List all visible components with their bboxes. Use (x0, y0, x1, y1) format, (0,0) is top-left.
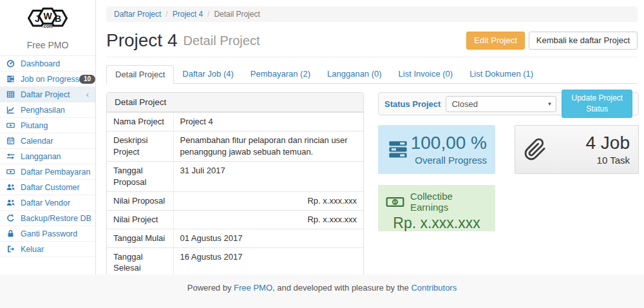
update-project-status-button[interactable]: Update Project Status (562, 90, 632, 119)
sidebar-item-label: Calendar (21, 137, 53, 146)
sidebar-item-ganti-password[interactable]: Ganti Password (0, 226, 95, 242)
paperclip-icon (524, 136, 547, 163)
sidebar-item-backup-restore-db[interactable]: Backup/Restore DB (0, 211, 95, 226)
money-icon (6, 168, 17, 177)
detail-row-tanggal-proposal: Tanggal Proposal31 Juli 2017 (107, 161, 363, 191)
dashboard-icon (6, 59, 17, 68)
overall-progress-box: 100,00 % Overall Progress (378, 125, 495, 174)
tab-detail-project[interactable]: Detail Project (106, 65, 174, 84)
status-project-select[interactable]: Closed (446, 96, 556, 112)
tab-daftar-job-4[interactable]: Daftar Job (4) (174, 65, 242, 84)
detail-label: Nilai Proposal (107, 191, 173, 210)
sidebar-item-label: Daftar Vendor (21, 198, 70, 207)
status-project-label: Status Project (384, 99, 440, 109)
sidebar-item-piutang[interactable]: Piutang (0, 118, 95, 133)
detail-row-tanggal-mulai: Tanggal Mulai01 Agustus 2017 (107, 229, 363, 247)
job-count-value: 4 Job (547, 133, 630, 153)
sidebar-item-job-on-progress[interactable]: Job on Progress10 (0, 72, 95, 87)
logo-letter-b: B (55, 14, 61, 24)
sidebar-item-keluar[interactable]: Keluar (0, 242, 95, 257)
breadcrumb-link[interactable]: Daftar Project (114, 10, 161, 19)
tab-list-invoice-0[interactable]: List Invoice (0) (390, 65, 462, 84)
refresh-icon (6, 214, 17, 223)
footer-link-freepmo[interactable]: Free PMO (234, 283, 272, 293)
right-column: Status Project Closed ▼ Update Project S… (378, 92, 639, 274)
back-to-project-list-button[interactable]: Kembali ke daftar Project (529, 32, 638, 50)
status-project-bar: Status Project Closed ▼ Update Project S… (378, 92, 639, 115)
tab-content: Detail Project Nama ProjectProject 4Desk… (106, 92, 638, 274)
tab-list-dokumen-1[interactable]: List Dokumen (1) (461, 65, 542, 84)
collectible-earnings-box: $ Collectibe Earnings Rp. x.xxx.xxx (378, 185, 495, 231)
sidebar: J W B .com Free PMO DashboardJob on Prog… (0, 0, 96, 274)
sidebar-item-label: Daftar Customer (21, 183, 80, 192)
breadcrumb-item-detail-project: Detail Project (203, 10, 260, 19)
edit-project-button[interactable]: Edit Project (466, 32, 524, 50)
sidebar-item-label: Dashboard (21, 59, 60, 68)
sign-out-icon (6, 245, 17, 254)
logo-letter-j: J (35, 14, 40, 24)
tasks-icon (6, 75, 17, 84)
detail-value: 01 Agustus 2017 (173, 229, 363, 247)
footer: Powered by Free PMO, and developed with … (0, 274, 644, 308)
detail-value: Rp. x.xxx.xxx (173, 210, 363, 229)
breadcrumb-item-daftar-project[interactable]: Daftar Project (114, 10, 161, 19)
money-icon (6, 121, 17, 130)
detail-table-body: Nama ProjectProject 4Deskripsi ProjectPe… (107, 113, 363, 275)
tab-pembayaran-2[interactable]: Pembayaran (2) (242, 65, 319, 84)
detail-row-nilai-proposal: Nilai ProposalRp. x.xxx.xxx (107, 191, 363, 210)
footer-link-contributors[interactable]: Contributors (411, 283, 457, 293)
sidebar-item-penghasilan[interactable]: Penghasilan (0, 102, 95, 118)
detail-value: Rp. x.xxx.xxx (173, 191, 363, 210)
content-wrapper: J W B .com Free PMO DashboardJob on Prog… (0, 0, 644, 274)
sidebar-item-label: Backup/Restore DB (21, 214, 91, 223)
breadcrumb-item-project-4[interactable]: Project 4 (161, 10, 203, 19)
sidebar-item-label: Piutang (21, 121, 48, 130)
detail-value: 16 Agustus 2017 (173, 247, 363, 274)
detail-label: Tanggal Mulai (107, 229, 173, 247)
svg-text:$: $ (393, 199, 396, 205)
earnings-label: Collectibe Earnings (410, 191, 488, 213)
sidebar-item-dashboard[interactable]: Dashboard (0, 56, 95, 72)
logo-dotcom-text: .com (43, 24, 53, 28)
overall-progress-value: 100,00 % (410, 133, 487, 153)
sidebar-item-daftar-project[interactable]: Daftar Project‹ (0, 87, 95, 102)
sidebar-menu: DashboardJob on Progress10Daftar Project… (0, 56, 95, 257)
users-icon (6, 183, 17, 192)
breadcrumb-link[interactable]: Project 4 (173, 10, 203, 19)
sidebar-item-label: Keluar (21, 245, 44, 254)
users-icon (6, 198, 17, 207)
page-header: Project 4 Detail Project Edit Project Ke… (106, 30, 638, 57)
sidebar-item-daftar-vendor[interactable]: Daftar Vendor (0, 195, 95, 211)
detail-row-deskripsi-project: Deskripsi ProjectPenambahan fitur pelapo… (107, 131, 363, 161)
calendar-icon (6, 137, 17, 146)
detail-label: Tanggal Proposal (107, 161, 173, 191)
chevron-left-icon: ‹ (86, 90, 89, 99)
sidebar-item-calendar[interactable]: Calendar (0, 133, 95, 149)
sidebar-item-daftar-customer[interactable]: Daftar Customer (0, 180, 95, 195)
sidebar-item-label: Job on Progress (21, 75, 79, 84)
exchange-icon (6, 152, 17, 161)
detail-row-tanggal-selesai: Tanggal Selesai16 Agustus 2017 (107, 247, 363, 274)
panel-title: Detail Project (107, 93, 363, 112)
sidebar-item-langganan[interactable]: Langganan (0, 149, 95, 164)
jwb-logo-icon: J W B .com (22, 4, 73, 39)
brand-logo[interactable]: J W B .com Free PMO (0, 0, 95, 56)
tasks-big-icon (386, 139, 410, 160)
count-badge: 10 (79, 75, 95, 84)
page-subtitle: Detail Project (184, 34, 260, 48)
breadcrumb: Daftar ProjectProject 4Detail Project (106, 6, 638, 22)
tab-langganan-0[interactable]: Langganan (0) (319, 65, 390, 84)
logo-letter-w: W (43, 11, 52, 21)
detail-label: Tanggal Selesai (107, 247, 173, 274)
line-chart-icon (6, 106, 17, 115)
page-title: Project 4 (106, 30, 178, 51)
sidebar-item-daftar-pembayaran[interactable]: Daftar Pembayaran (0, 164, 95, 180)
tabs: Detail ProjectDaftar Job (4)Pembayaran (… (106, 65, 638, 84)
detail-value: Project 4 (173, 113, 363, 131)
sidebar-item-label: Langganan (21, 152, 61, 161)
detail-label: Nama Project (107, 113, 173, 131)
lock-icon (6, 229, 17, 238)
table-icon (6, 90, 17, 99)
sidebar-item-label: Daftar Pembayaran (21, 168, 90, 177)
detail-label: Deskripsi Project (107, 131, 173, 161)
